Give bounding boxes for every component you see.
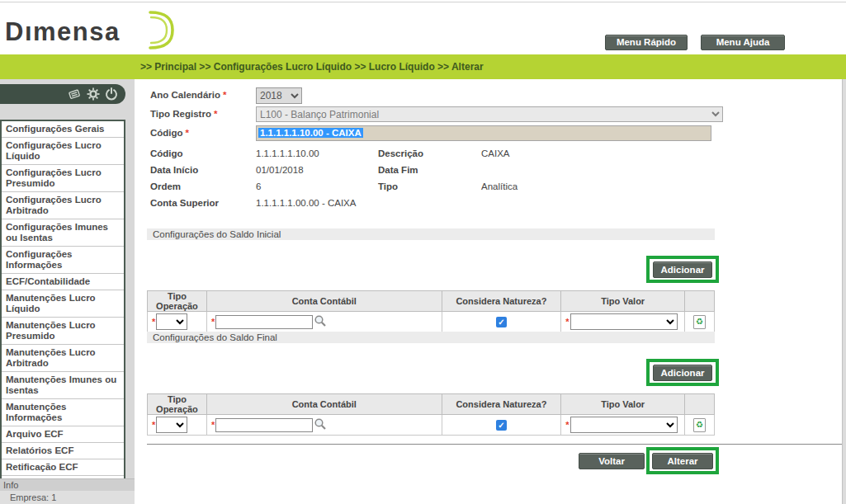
main-content: Ano Calendário* 2018 Tipo Registro* L100… xyxy=(135,79,846,504)
sidebar-item-configuracoes-imunes-isentas[interactable]: Configurações Imunes ou Isentas xyxy=(2,219,124,247)
sidebar-item-configuracoes-informacoes[interactable]: Configurações Informações xyxy=(2,247,124,274)
table-row: * * * ♻ xyxy=(148,312,715,332)
conta-contabil-input[interactable] xyxy=(215,315,313,329)
sidebar-item-manutencoes-informacoes[interactable]: Manutenções Informações xyxy=(2,399,124,426)
logo-dimensa: Dımensa xyxy=(5,17,121,47)
sidebar-item-relatorios-ecf[interactable]: Relatórios ECF xyxy=(2,443,124,459)
gear-icon[interactable] xyxy=(87,87,100,101)
sidebar: Configurações Gerais Configurações Lucro… xyxy=(0,79,135,504)
col-actions xyxy=(685,291,715,312)
alterar-button[interactable]: Alterar xyxy=(652,453,713,469)
codigo-selected-text: 1.1.1.1.1.10.00 - CAIXA xyxy=(258,128,363,138)
tipo-valor-select[interactable] xyxy=(570,313,678,330)
ano-calendario-select[interactable]: 2018 xyxy=(256,87,302,104)
sidebar-item-retificacao-ecf[interactable]: Retificação ECF xyxy=(2,459,124,476)
col-tipo-operacao: Tipo Operação xyxy=(148,394,207,415)
top-divider xyxy=(0,2,846,2)
sidebar-menu: Configurações Gerais Configurações Lucro… xyxy=(0,120,125,493)
saldo-final-table: Tipo Operação Conta Contábil Considera N… xyxy=(147,393,715,436)
considera-natureza-checkbox[interactable] xyxy=(496,317,507,327)
saldo-inicial-table: Tipo Operação Conta Contábil Considera N… xyxy=(147,290,715,332)
vertical-scrollbar[interactable] xyxy=(842,79,846,504)
codigo-label: Código* xyxy=(150,128,189,138)
menu-rapido-button[interactable]: Menu Rápido xyxy=(605,35,688,50)
col-conta-contabil: Conta Contábil xyxy=(206,394,442,415)
highlight-box-adicionar-final: Adicionar xyxy=(646,359,719,386)
tipo-registro-select[interactable]: L100 - Balanço Patrimonial xyxy=(256,106,723,122)
tipo-operacao-select[interactable] xyxy=(156,417,187,433)
search-icon[interactable] xyxy=(314,417,327,432)
codigo-input[interactable]: 1.1.1.1.1.10.00 - CAIXA xyxy=(256,125,711,141)
sidebar-item-manutencoes-lucro-presumido[interactable]: Manutenções Lucro Presumido xyxy=(2,318,124,345)
tipo-operacao-select[interactable] xyxy=(156,313,187,330)
breadcrumb-bar: >> Principal >> Configurações Lucro Líqu… xyxy=(0,54,846,79)
col-actions xyxy=(685,394,715,415)
col-tipo-valor: Tipo Valor xyxy=(561,394,685,415)
voltar-button[interactable]: Voltar xyxy=(579,453,645,469)
sidebar-item-configuracoes-lucro-liquido[interactable]: Configurações Lucro Líquido xyxy=(2,138,124,165)
sidebar-item-configuracoes-lucro-arbitrado[interactable]: Configurações Lucro Arbitrado xyxy=(2,192,124,219)
search-icon[interactable] xyxy=(314,314,327,329)
highlight-box-alterar: Alterar xyxy=(646,447,719,474)
sidebar-item-configuracoes-lucro-presumido[interactable]: Configurações Lucro Presumido xyxy=(2,165,124,192)
empresa-value: Empresa: 1 xyxy=(0,491,135,504)
sidebar-item-manutencoes-lucro-arbitrado[interactable]: Manutenções Lucro Arbitrado xyxy=(2,345,124,372)
col-conta-contabil: Conta Contábil xyxy=(206,291,442,312)
ano-calendario-label: Ano Calendário* xyxy=(150,90,226,100)
col-considera-natureza: Considera Natureza? xyxy=(442,394,561,415)
sidebar-item-manutencoes-imunes-isentas[interactable]: Manutenções Imunes ou Isentas xyxy=(2,372,124,399)
sidebar-item-manutencoes-lucro-liquido[interactable]: Manutenções Lucro Líquido xyxy=(2,290,124,318)
breadcrumb[interactable]: >> Principal >> Configurações Lucro Líqu… xyxy=(140,54,846,79)
sidebar-item-ecf-contabilidade[interactable]: ECF/Contabilidade xyxy=(2,274,124,290)
adicionar-saldo-final-button[interactable]: Adicionar xyxy=(653,365,712,381)
logo-d-icon xyxy=(137,9,175,55)
considera-natureza-checkbox[interactable] xyxy=(496,420,507,431)
power-icon[interactable] xyxy=(105,87,118,101)
col-considera-natureza: Considera Natureza? xyxy=(442,291,561,312)
sidebar-item-configuracoes-gerais[interactable]: Configurações Gerais xyxy=(2,121,124,138)
col-tipo-valor: Tipo Valor xyxy=(561,291,685,312)
highlight-box-adicionar-inicial: Adicionar xyxy=(646,256,719,283)
tipo-registro-label: Tipo Registro* xyxy=(150,109,217,119)
sidebar-header-bar xyxy=(0,84,125,104)
tipo-valor-select[interactable] xyxy=(570,417,678,433)
col-tipo-operacao: Tipo Operação xyxy=(148,291,207,312)
section-saldo-inicial-title: Configurações do Saldo Inicial xyxy=(147,228,715,240)
menu-ajuda-button[interactable]: Menu Ajuda xyxy=(701,35,785,50)
adicionar-saldo-inicial-button[interactable]: Adicionar xyxy=(653,261,712,278)
delete-row-icon[interactable]: ♻ xyxy=(693,418,706,432)
footer-divider xyxy=(147,444,843,445)
conta-contabil-input[interactable] xyxy=(215,418,313,432)
sidebar-item-arquivo-ecf[interactable]: Arquivo ECF xyxy=(2,426,124,443)
section-saldo-final-title: Configurações do Saldo Final xyxy=(147,332,715,343)
table-row: * * * ♻ xyxy=(148,415,715,436)
quick-keys-icon[interactable] xyxy=(68,87,82,101)
delete-row-icon[interactable]: ♻ xyxy=(693,315,706,329)
info-label: Info xyxy=(0,478,135,491)
